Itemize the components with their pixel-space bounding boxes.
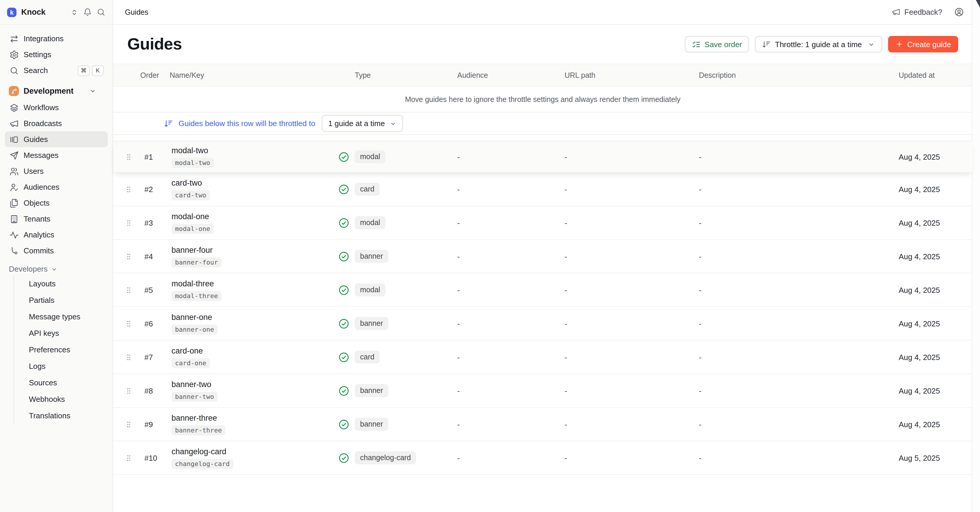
sidebar-item-users[interactable]: Users: [5, 163, 108, 179]
table-row[interactable]: #5 modal-three modal-three modal - - - A…: [113, 273, 972, 307]
sidebar-subitem[interactable]: Layouts: [14, 275, 108, 292]
guide-description: -: [699, 185, 899, 194]
sidebar-item-audiences[interactable]: Audiences: [5, 179, 108, 195]
status-check-circle-icon: [338, 452, 355, 463]
guide-url-path: -: [565, 285, 699, 294]
layers-icon: [9, 103, 19, 112]
guide-type-badge: modal: [355, 216, 385, 229]
guide-type-badge: banner: [355, 418, 388, 431]
sidebar-item-workflows[interactable]: Workflows: [5, 100, 108, 116]
throttle-value-select[interactable]: 1 guide at a time: [322, 115, 403, 132]
throttle-dropdown-button[interactable]: Throttle: 1 guide at a time: [755, 36, 882, 52]
page-title: Guides: [127, 35, 182, 54]
table-row[interactable]: #6 banner-one banner-one banner - - - Au…: [113, 307, 972, 340]
drag-handle-icon[interactable]: [125, 185, 140, 193]
sidebar-item-commits[interactable]: Commits: [5, 243, 108, 259]
guide-audience: -: [457, 319, 565, 328]
guide-description: -: [699, 252, 899, 261]
guide-name: card-one: [172, 346, 203, 355]
table-row[interactable]: #8 banner-two banner-two banner - - - Au…: [113, 374, 972, 408]
app-window: k Knock Integrations: [0, 0, 980, 512]
sidebar-subitem[interactable]: Sources: [14, 374, 108, 391]
drag-handle-icon[interactable]: [125, 387, 140, 394]
workspace-switcher-icon[interactable]: [70, 8, 78, 16]
save-order-button[interactable]: Save order: [684, 36, 749, 52]
drag-handle-icon[interactable]: [125, 454, 140, 462]
table-row[interactable]: #4 banner-four banner-four banner - - - …: [113, 240, 972, 273]
drag-handle-icon[interactable]: [125, 286, 140, 294]
developers-section-toggle[interactable]: Developers: [5, 264, 108, 273]
create-guide-button[interactable]: Create guide: [888, 36, 958, 52]
status-check-circle-icon: [338, 385, 355, 396]
guide-url-path: -: [565, 386, 699, 395]
table-row[interactable]: #10 changelog-card changelog-card change…: [113, 441, 972, 475]
sidebar-item-objects[interactable]: Objects: [5, 195, 108, 211]
status-check-circle-icon: [338, 284, 355, 296]
drag-handle-icon[interactable]: [125, 420, 140, 428]
activity-icon: [9, 230, 19, 240]
table-row[interactable]: #3 modal-one modal-one modal - - - Aug 4…: [113, 206, 972, 240]
table-row[interactable]: #2 card-two card-two card - - - Aug 4, 2…: [113, 173, 972, 206]
sidebar-item-broadcasts[interactable]: Broadcasts: [5, 116, 108, 131]
sidebar-subitem[interactable]: Partials: [14, 292, 108, 308]
guide-audience: -: [457, 218, 565, 227]
user-avatar-icon[interactable]: [954, 7, 964, 17]
search-icon: [9, 66, 19, 75]
guide-audience: -: [457, 386, 565, 395]
developers-section-label: Developers: [9, 264, 48, 273]
sidebar-item-messages[interactable]: Messages: [5, 147, 108, 163]
sidebar-subitem[interactable]: Message types: [14, 308, 108, 324]
save-order-label: Save order: [705, 40, 742, 49]
drag-handle-icon[interactable]: [125, 219, 140, 227]
sidebar-subitem[interactable]: Webhooks: [14, 391, 108, 407]
guide-audience: -: [457, 185, 565, 194]
feedback-button[interactable]: Feedback?: [891, 8, 942, 16]
guide-description: -: [699, 285, 899, 294]
drag-handle-icon[interactable]: [125, 353, 140, 361]
throttle-button-label: Throttle: 1 guide at a time: [775, 40, 862, 49]
k-key: K: [92, 65, 104, 76]
guide-url-path: -: [565, 420, 699, 429]
guide-key-badge: banner-two: [172, 391, 218, 402]
sidebar-item-settings[interactable]: Settings: [5, 46, 108, 62]
table-header-row: Order Name/Key Type Audience URL path De…: [113, 64, 972, 87]
table-row[interactable]: #1 modal-two modal-two modal - - - Aug 4…: [113, 142, 972, 173]
breadcrumb[interactable]: Guides: [125, 8, 148, 16]
sidebar-item-label: Guides: [24, 135, 48, 144]
environment-switcher[interactable]: Development: [5, 86, 108, 96]
page-actions: Save order Throttle: 1 guide at a time: [684, 36, 958, 52]
sidebar-item-analytics[interactable]: Analytics: [5, 227, 108, 243]
guide-order: #9: [140, 420, 170, 429]
status-check-circle-icon: [338, 251, 355, 262]
sidebar-item-search[interactable]: Search ⌘ K: [5, 62, 108, 78]
drag-handle-icon[interactable]: [125, 153, 140, 161]
unthrottled-drop-zone[interactable]: Move guides here to ignore the throttle …: [113, 87, 972, 112]
vertical-scrollbar[interactable]: [972, 0, 980, 512]
sidebar-subitem[interactable]: API keys: [14, 324, 108, 341]
table-body: #1 modal-two modal-two modal - - - Aug 4…: [113, 142, 972, 475]
sidebar-subitem[interactable]: Logs: [14, 358, 108, 374]
search-icon[interactable]: [97, 8, 105, 16]
sidebar-item-tenants[interactable]: Tenants: [5, 211, 108, 227]
guide-description: -: [699, 386, 899, 395]
workspace-name: Knock: [21, 8, 46, 16]
table-row[interactable]: #7 card-one card-one card - - - Aug 4, 2…: [113, 340, 972, 374]
sidebar-subitem[interactable]: Translations: [14, 407, 108, 424]
guide-type-badge: card: [355, 183, 380, 196]
sidebar-subitem[interactable]: Preferences: [14, 341, 108, 358]
megaphone-icon: [9, 119, 19, 128]
guide-name: banner-two: [172, 380, 211, 389]
guide-name-cell: modal-one modal-one: [170, 212, 338, 234]
guide-key-badge: banner-four: [172, 257, 221, 267]
guide-audience: -: [457, 420, 565, 429]
sidebar-item-integrations[interactable]: Integrations: [5, 31, 108, 46]
guide-name-cell: card-one card-one: [170, 346, 338, 368]
guide-url-path: -: [565, 152, 699, 161]
drag-handle-icon[interactable]: [125, 253, 140, 260]
bell-icon[interactable]: [83, 8, 92, 16]
sidebar-item-guides[interactable]: Guides: [5, 131, 108, 147]
guide-audience: -: [457, 453, 565, 462]
drag-handle-icon[interactable]: [125, 320, 140, 327]
sidebar-item-label: Analytics: [24, 231, 54, 239]
table-row[interactable]: #9 banner-three banner-three banner - - …: [113, 408, 972, 441]
